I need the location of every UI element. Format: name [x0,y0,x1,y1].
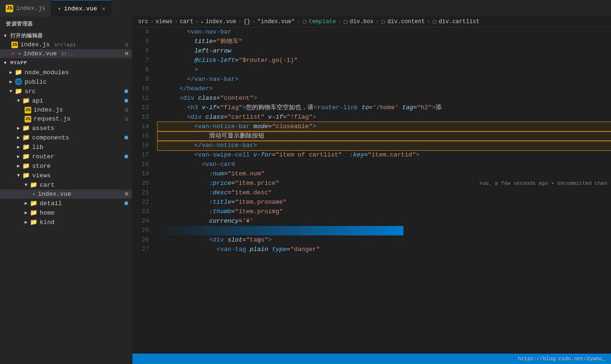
tab-index-js[interactable]: JS index.js [0,0,52,17]
folder-icon: 📁 [22,172,30,179]
divbox-icon: ⬡ [343,19,348,25]
folder-icon: 📁 [15,69,22,76]
tree-kind[interactable]: 📁 kind [0,217,132,227]
breadcrumb-quoted: "index.vue" [257,18,295,25]
breadcrumb-sep: › [375,18,379,25]
breadcrumb-src: src [138,18,148,25]
folder-name: public [25,78,47,86]
code-line-5: title="购物车" [157,37,611,46]
file-name: index.js [34,106,63,113]
line-num-12: 12 [132,103,149,113]
tab-close-button[interactable]: ✕ [102,5,105,12]
open-file-path: src\api [54,42,76,48]
file-tag-u: U [125,42,128,48]
line-num-9: 9 [132,75,149,84]
tab-bar: JS index.js ✦ index.vue ✕ [0,0,611,17]
store-chevron [17,163,20,169]
tree-components[interactable]: 📁 components [0,133,132,142]
folder-name: home [40,209,54,217]
folder-icon: 📁 [30,181,37,189]
vue-breadcrumb-icon: ✦ [201,19,204,25]
tree-router[interactable]: 📁 router [0,152,132,161]
detail-chevron [25,200,27,206]
cart-chevron [25,182,27,188]
myapp-chevron[interactable] [4,61,7,66]
js-badge: JS [25,116,31,122]
sidebar-header: 资源管理器 [0,17,132,29]
folder-name: router [32,153,54,160]
components-chevron [17,135,20,140]
open-editors-chevron[interactable] [4,34,7,39]
tree-views[interactable]: 📁 views [0,171,132,180]
code-line-9: </van-nav-bar> [157,75,611,84]
vue-badge: ✦ [18,50,21,57]
folder-name: cart [40,182,54,189]
code-line-19: :num="item.num" [157,169,611,179]
code-line-20: :price="item.price" You, a few seconds a… [157,179,611,188]
open-file-index-vue[interactable]: ✕ ✦ index.vue sr... M [0,49,132,58]
line-numbers: 4 5 6 7 8 9 10 11 12 13 14 15 16 17 18 1… [132,27,154,354]
folder-icon: 📁 [22,124,30,132]
tree-public[interactable]: 🌐 public [0,77,132,87]
tab-index-vue[interactable]: ✦ index.vue ✕ [52,0,111,17]
folder-name: api [32,97,43,104]
breadcrumb-cart: cart [180,18,193,25]
lib-chevron [17,144,20,150]
breadcrumb-file: index.vue [206,18,236,25]
assets-chevron [17,125,20,131]
tree-api-index-js[interactable]: JS index.js U [0,105,132,114]
code-line-14: <van-notice-bar mode="closeable"> [157,122,611,131]
open-file-path: sr... [61,51,77,57]
line-num-20: 20 [132,179,149,188]
line-num-10: 10 [132,84,149,94]
main-layout: 资源管理器 打开的编辑器 JS index.js src\api U ✕ ✦ i… [0,17,611,364]
tree-api-request-js[interactable]: JS request.js U [0,114,132,123]
code-line-7: @click-left="$router.go(-1)" [157,56,611,65]
line-num-14: 14 [132,122,149,131]
folder-name: lib [32,144,43,151]
code-line-25: > [157,226,611,235]
code-line-8: > [157,65,611,75]
line-num-17: 17 [132,150,149,160]
git-annotation: You, a few seconds ago • Uncommitted cha… [479,179,607,188]
open-file-name: index.js [20,41,50,48]
src-dot [124,89,128,93]
divcartlist-icon: ⬡ [432,19,437,25]
line-num-22: 22 [132,198,149,207]
template-breadcrumb-icon: ⬡ [302,19,307,25]
tree-assets[interactable]: 📁 assets [0,123,132,133]
tree-cart[interactable]: 📁 cart [0,180,132,190]
folder-name: assets [32,125,54,132]
myapp-label: MYAPP [0,58,132,68]
line-num-25: 25 [132,226,149,235]
tree-src[interactable]: 📁 src [0,87,132,96]
folder-icon: 📁 [22,162,30,170]
status-url: https://blog.csdn.net/ZywOo_ [518,356,605,362]
open-file-index-js[interactable]: JS index.js src\api U [0,40,132,49]
code-editor[interactable]: 4 5 6 7 8 9 10 11 12 13 14 15 16 17 18 1… [132,27,611,354]
tree-store[interactable]: 📁 store [0,161,132,171]
vue-badge: ✦ [32,191,35,198]
line-num-21: 21 [132,188,149,198]
tree-detail[interactable]: 📁 detail [0,199,132,208]
folder-name: detail [40,200,62,207]
code-line-12: <h3 v-if="flag">您的购物车空空如也，请<router-link … [157,103,611,113]
tree-lib[interactable]: 📁 lib [0,142,132,152]
tree-api[interactable]: 📁 api [0,96,132,105]
code-content[interactable]: <van-nav-bar title="购物车" left-arrow @cli… [154,27,611,354]
breadcrumb-sep: › [238,18,241,25]
line-num-6: 6 [132,46,149,56]
code-line-4: <van-nav-bar [157,27,611,37]
line-num-19: 19 [132,169,149,179]
tree-cart-index-vue[interactable]: ✦ index.vue M [0,190,132,199]
code-line-24: currency='¥' [157,217,611,226]
tree-home[interactable]: 📁 home [0,208,132,217]
tree-node-modules[interactable]: 📁 node_modules [0,68,132,77]
breadcrumb-template: template [309,18,336,25]
code-line-17: <van-swipe-cell v-for="item of cartlist"… [157,150,611,160]
code-line-15: 滑动可显示删除按钮 [157,131,611,141]
line-num-13: 13 [132,113,149,122]
code-line-16: </van-notice-bar> [157,141,611,150]
folder-icon: 📁 [30,209,37,217]
status-bar: https://blog.csdn.net/ZywOo_ [132,354,611,364]
